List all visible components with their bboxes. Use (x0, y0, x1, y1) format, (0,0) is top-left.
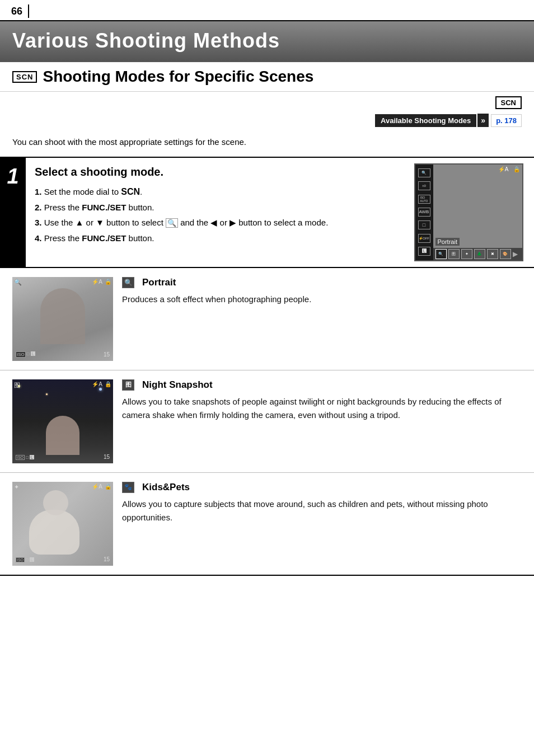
lcd-sidebar-icon-3: AWB (418, 208, 430, 217)
feature-mode-title-kids: 🐾 Kids&Pets (122, 482, 522, 493)
step-text-2: Press the FUNC./SET button. (44, 203, 154, 212)
portrait-mode-icon: 🔍 (122, 277, 134, 288)
portrait-photo-overlay-top: 🔍 ⚡A 🔒 (14, 279, 111, 286)
section-header: SCN Shooting Modes for Specific Scenes (0, 60, 534, 92)
lcd-portrait-label: Portrait (435, 238, 460, 246)
scn-section-badge: SCN (12, 71, 37, 83)
kids-photo-number: 15 (104, 556, 110, 562)
scn-top-right-area: SCN (0, 92, 534, 111)
night-description: Allows you to take snapshots of people a… (122, 395, 522, 422)
portrait-flash-icon: ⚡A (92, 279, 102, 285)
night-bottom-left-icons: ISO □ 🅻 (16, 455, 34, 460)
dog-silhouette-head (43, 490, 68, 515)
step-title: Select a shooting mode. (35, 166, 402, 179)
lcd-scroll-arrow: ▶ (513, 249, 518, 259)
night-light-2 (46, 393, 48, 395)
feature-image-kids: ✦ ⚡A 🔒 ISO □ 🅻 15 (12, 482, 113, 566)
step-instructions: 1. Set the mode dial to SCN. 2. Press th… (35, 184, 402, 246)
lcd-mode-icon-1: 图 (448, 249, 460, 259)
step-number: 1 (0, 158, 26, 267)
page-number: 66 (11, 6, 22, 17)
portrait-photo-number: 15 (104, 351, 110, 358)
step-num-1: 1. (35, 187, 42, 196)
step-section: 1 Select a shooting mode. 1. Set the mod… (0, 157, 534, 268)
kids-lock-icon: 🔒 (105, 483, 111, 490)
feature-text-portrait: 🔍 Portrait Produces a soft effect when p… (122, 277, 534, 361)
feature-mode-title-night: 图 Night Snapshot (122, 379, 522, 391)
night-person-silhouette (46, 416, 79, 455)
page-number-area: 66 (0, 0, 534, 21)
portrait-bottom-left-icons: ISO □ 🅻 (16, 351, 35, 358)
kids-photo-icons-tr: ⚡A 🔒 (92, 483, 111, 490)
main-title-banner: Various Shooting Methods (0, 21, 534, 60)
feature-row-night-snapshot: 图 ⚡A 🔒 ISO □ 🅻 15 图 Ni (0, 370, 534, 473)
portrait-person-silhouette (40, 288, 85, 344)
lcd-flash-icon: ⚡A (498, 166, 509, 172)
lcd-center: Portrait (433, 172, 522, 248)
camera-lcd-main: ⚡A 🔒 Portrait 🔍 图 ✦ 🌲 ✖ 🎨 ▶ (433, 165, 522, 260)
step-text-4: Press the FUNC./SET button. (44, 233, 154, 243)
step-content: Select a shooting mode. 1. Set the mode … (26, 158, 411, 267)
main-title: Various Shooting Methods (12, 29, 522, 53)
night-lock-icon: 🔒 (105, 381, 111, 387)
kids-mode-icon: 🐾 (122, 482, 134, 493)
step-instruction-1: 1. Set the mode dial to SCN. (35, 184, 402, 199)
step-text-3: Use the ▲ or ▼ button to select 🔍 and th… (44, 218, 329, 227)
step-lcd-image-col: 🔍 ±0 ISOAUTO AWB □ ⚡OFF 🅻 ⚡A 🔒 Portrait (411, 158, 534, 267)
kids-photo-overlay-top: ✦ ⚡A 🔒 (14, 483, 111, 491)
step-text-1: Set the mode dial to SCN. (44, 187, 143, 196)
step-num-2: 2. (35, 203, 42, 212)
feature-mode-title-portrait: 🔍 Portrait (122, 277, 522, 288)
page-wrapper: 66 Various Shooting Methods SCN Shooting… (0, 0, 534, 756)
step-instruction-4: 4. Press the FUNC./SET button. (35, 231, 402, 246)
kids-description: Allows you to capture subjects that move… (122, 497, 522, 524)
lcd-bottom-icons: 🔍 图 ✦ 🌲 ✖ 🎨 ▶ (433, 248, 522, 260)
feature-text-night: 图 Night Snapshot Allows you to take snap… (122, 379, 534, 463)
step-num-3: 3. (35, 218, 42, 227)
feature-row-kids-pets: ✦ ⚡A 🔒 ISO □ 🅻 15 🐾 K (0, 473, 534, 576)
camera-lcd: 🔍 ±0 ISOAUTO AWB □ ⚡OFF 🅻 ⚡A 🔒 Portrait (414, 163, 523, 261)
night-mode-name: Night Snapshot (142, 379, 213, 391)
available-modes-label: Available Shooting Modes (375, 114, 476, 127)
lcd-top-bar: ⚡A 🔒 (433, 165, 522, 172)
step-instruction-3: 3. Use the ▲ or ▼ button to select 🔍 and… (35, 215, 402, 230)
kids-flash-icon: ⚡A (92, 483, 102, 490)
kids-photo-icon-tl: ✦ (14, 483, 19, 491)
camera-lcd-sidebar: 🔍 ±0 ISOAUTO AWB □ ⚡OFF 🅻 (415, 165, 433, 260)
lcd-sidebar-icon-6: 🅻 (418, 247, 430, 256)
feature-image-portrait: 🔍 ⚡A 🔒 ISO □ 🅻 15 (12, 277, 113, 361)
night-photo-icon-tl: 图 (14, 381, 20, 389)
portrait-description: Produces a soft effect when photographin… (122, 293, 522, 306)
scn-box: SCN (495, 96, 522, 109)
lcd-sidebar-icon-0: 🔍 (418, 168, 430, 177)
lcd-lock-icon: 🔒 (513, 166, 520, 172)
lcd-mode-icon-3: 🌲 (474, 249, 485, 259)
intro-sentence: You can shoot with the most appropriate … (12, 137, 246, 147)
intro-text: You can shoot with the most appropriate … (0, 133, 534, 157)
feature-text-kids: 🐾 Kids&Pets Allows you to capture subjec… (122, 482, 534, 566)
dog-silhouette-body (29, 510, 79, 555)
lcd-mode-icon-0: 🔍 (435, 249, 447, 259)
lcd-mode-icon-4: ✖ (487, 249, 498, 259)
lcd-sidebar-icon-2: ISOAUTO (418, 195, 430, 204)
section-title: Shooting Modes for Specific Scenes (43, 68, 313, 86)
available-modes-bar: Available Shooting Modes » p. 178 (0, 111, 534, 133)
lcd-mode-icon-2: ✦ (461, 249, 472, 259)
night-mode-icon: 图 (122, 379, 134, 391)
lcd-sidebar-icon-4: □ (418, 220, 430, 229)
portrait-lock-icon: 🔒 (105, 279, 111, 285)
step-instruction-2: 2. Press the FUNC./SET button. (35, 200, 402, 215)
portrait-photo-icon-tl: 🔍 (14, 279, 22, 286)
feature-row-portrait: 🔍 ⚡A 🔒 ISO □ 🅻 15 (0, 268, 534, 370)
lcd-sidebar-icon-5: ⚡OFF (418, 234, 430, 243)
kids-mode-name: Kids&Pets (142, 482, 190, 493)
lcd-sidebar-icon-1: ±0 (418, 181, 430, 190)
night-photo-overlay-top: 图 ⚡A 🔒 (14, 381, 111, 389)
night-flash-icon: ⚡A (92, 381, 102, 387)
lcd-mode-icon-5: 🎨 (500, 249, 511, 259)
portrait-photo-icons-tr: ⚡A 🔒 (92, 279, 111, 285)
available-modes-arrow: » (477, 114, 489, 127)
kids-bottom-left-icons: ISO □ 🅻 (16, 557, 34, 562)
page-number-divider (28, 4, 29, 18)
night-photo-number: 15 (104, 454, 110, 460)
